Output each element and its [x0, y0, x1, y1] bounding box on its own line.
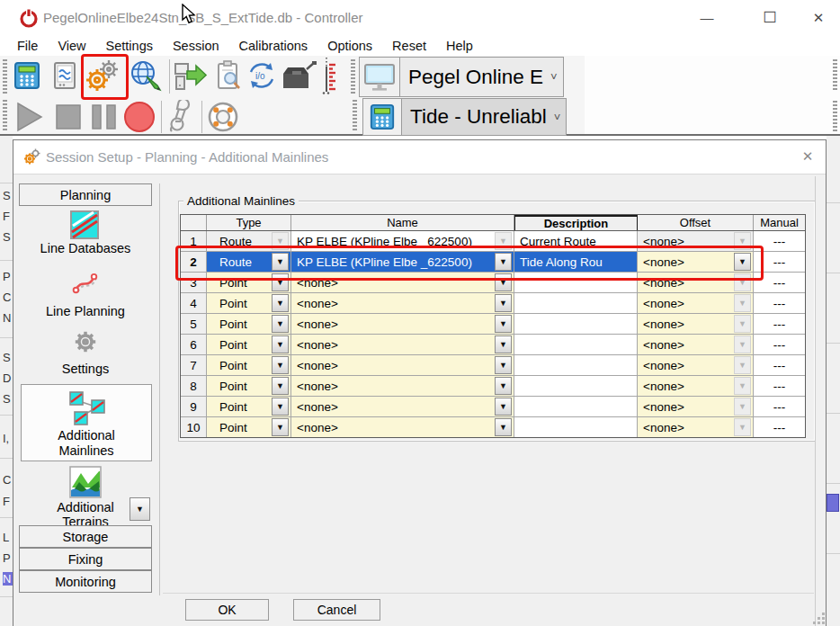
name-cell[interactable]: <none>▼ — [291, 376, 514, 396]
maintenance-wrench-icon[interactable] — [165, 99, 198, 135]
description-cell[interactable] — [514, 355, 638, 375]
type-cell-text: Point — [207, 338, 271, 352]
dialog-close-icon[interactable]: ✕ — [798, 148, 818, 166]
header-manual[interactable]: Manual — [754, 215, 805, 230]
menu-item-file[interactable]: File — [7, 39, 48, 53]
name-cell[interactable]: <none>▼ — [291, 293, 514, 313]
export-computer-icon[interactable] — [173, 58, 209, 94]
sidebar-item-line-databases[interactable]: Line Databases — [19, 241, 152, 255]
close-button[interactable]: ✕ — [806, 9, 831, 27]
menu-item-settings[interactable]: Settings — [96, 39, 163, 53]
line-databases-icon[interactable] — [69, 210, 100, 240]
record-icon[interactable] — [122, 101, 156, 133]
report-search-icon[interactable] — [212, 58, 245, 94]
staff-gauge-icon[interactable] — [317, 56, 347, 95]
dropdown-arrow-button[interactable]: ▼ — [272, 377, 289, 395]
header-type[interactable]: Type — [207, 215, 291, 230]
dropdown-arrow-button[interactable]: ▼ — [272, 356, 289, 374]
offset-cell[interactable]: <none>▼ — [638, 314, 754, 334]
io-sync-icon[interactable]: i/o — [245, 58, 279, 94]
resize-grip-icon[interactable] — [813, 612, 826, 624]
name-cell[interactable]: <none>▼ — [291, 417, 514, 437]
dropdown-arrow-button[interactable]: ▼ — [495, 315, 512, 333]
dropdown-arrow-button[interactable]: ▼ — [495, 418, 512, 436]
menu-item-options[interactable]: Options — [317, 39, 382, 53]
stop-icon[interactable] — [52, 101, 85, 133]
toolbar-grip[interactable] — [353, 100, 357, 132]
type-cell[interactable]: Point▼ — [207, 355, 291, 375]
dropdown-arrow-button[interactable]: ▼ — [495, 398, 512, 416]
play-icon[interactable] — [13, 101, 45, 133]
name-cell[interactable]: <none>▼ — [291, 355, 514, 375]
type-cell[interactable]: Point▼ — [207, 335, 291, 354]
mode-selector[interactable]: Tide - Unreliabl ˅ — [401, 99, 566, 135]
ok-button[interactable]: OK — [185, 599, 269, 621]
type-cell[interactable]: Point▼ — [207, 314, 291, 334]
header-name[interactable]: Name — [291, 215, 514, 230]
menu-item-session[interactable]: Session — [163, 39, 229, 53]
menu-item-help[interactable]: Help — [436, 39, 483, 53]
session-selector[interactable]: Pegel Online E ˅ — [399, 58, 563, 96]
dropdown-arrow-button[interactable]: ▼ — [272, 398, 289, 416]
background-left-strip: SFSPCNSDSI,CFLPN — [0, 136, 13, 626]
dropdown-arrow-button[interactable]: ▼ — [495, 335, 512, 353]
type-cell[interactable]: Point▼ — [207, 293, 291, 313]
dropdown-arrow-button[interactable]: ▼ — [495, 377, 512, 395]
type-cell[interactable]: Point▼ — [207, 417, 291, 437]
type-cell[interactable]: Point▼ — [207, 397, 291, 416]
type-cell[interactable]: Point▼ — [207, 376, 291, 396]
sidebar-tab-storage[interactable]: Storage — [19, 525, 152, 548]
maximize-button[interactable]: ☐ — [757, 9, 782, 27]
description-cell[interactable] — [514, 314, 638, 334]
menu-item-calibrations[interactable]: Calibrations — [229, 39, 318, 53]
sidebar-item-additional-mainlines[interactable]: Additional Mainlines — [21, 384, 152, 461]
line-planning-icon[interactable] — [69, 266, 102, 299]
toolbar-grip[interactable] — [833, 101, 837, 133]
dropdown-arrow-button[interactable]: ▼ — [272, 294, 289, 312]
offset-cell[interactable]: <none>▼ — [638, 376, 754, 396]
toolbox-icon[interactable] — [279, 58, 318, 94]
offset-cell[interactable]: <none>▼ — [638, 397, 754, 416]
menu-item-view[interactable]: View — [48, 39, 95, 53]
toolbar-grip[interactable] — [3, 59, 7, 94]
offset-cell[interactable]: <none>▼ — [638, 293, 754, 313]
sidebar-item-line-planning[interactable]: Line Planning — [19, 304, 152, 318]
cancel-button[interactable]: Cancel — [293, 599, 380, 621]
dropdown-arrow-button[interactable]: ▼ — [272, 315, 289, 333]
header-description[interactable]: Description — [514, 215, 638, 230]
description-cell[interactable] — [514, 417, 638, 437]
name-cell[interactable]: <none>▼ — [291, 397, 514, 416]
toolbar-grip[interactable] — [3, 100, 7, 132]
menu-item-reset[interactable]: Reset — [382, 39, 436, 53]
sidebar-tab-planning[interactable]: Planning — [19, 183, 152, 206]
pause-icon[interactable] — [86, 101, 122, 133]
settings-gear-icon[interactable] — [73, 329, 98, 354]
description-cell[interactable] — [514, 376, 638, 396]
globe-edit-icon[interactable] — [128, 58, 164, 94]
offset-cell[interactable]: <none>▼ — [638, 355, 754, 375]
sidebar-tab-monitoring[interactable]: Monitoring — [19, 570, 152, 593]
offset-cell[interactable]: <none>▼ — [638, 417, 754, 437]
offset-cell[interactable]: <none>▼ — [638, 335, 754, 354]
keypad-icon[interactable] — [11, 59, 43, 92]
toolbar-grip[interactable] — [833, 59, 837, 92]
description-cell[interactable] — [514, 335, 638, 354]
dropdown-arrow-button[interactable]: ▼ — [272, 335, 289, 353]
dropdown-arrow-button[interactable]: ▼ — [495, 356, 512, 374]
minimize-button[interactable]: — — [694, 9, 719, 27]
description-cell[interactable] — [514, 397, 638, 416]
name-cell[interactable]: <none>▼ — [291, 314, 514, 334]
terrains-dropdown-button[interactable]: ▼ — [130, 497, 150, 521]
waterlevel-device-icon[interactable] — [49, 59, 81, 92]
header-offset[interactable]: Offset — [638, 215, 754, 230]
description-cell[interactable] — [514, 293, 638, 313]
sidebar-item-settings[interactable]: Settings — [19, 362, 152, 376]
name-cell[interactable]: <none>▼ — [291, 335, 514, 354]
background-letter: S — [3, 392, 13, 406]
sidebar-tab-fixing[interactable]: Fixing — [19, 548, 152, 570]
dropdown-arrow-button[interactable]: ▼ — [272, 418, 289, 436]
additional-terrains-icon[interactable] — [69, 466, 102, 498]
lifebuoy-icon[interactable] — [205, 99, 241, 135]
toolbar-grip[interactable] — [351, 59, 355, 94]
dropdown-arrow-button[interactable]: ▼ — [495, 294, 512, 312]
